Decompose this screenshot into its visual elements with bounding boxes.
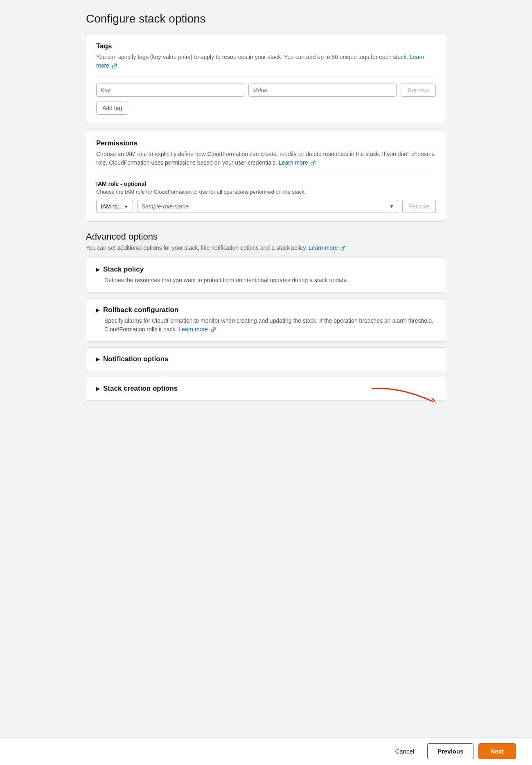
rollback-arrow-icon: ▶: [96, 307, 100, 313]
iam-role-row: IAM ro... ▼ ▼ Remove: [96, 200, 436, 213]
previous-button[interactable]: Previous: [427, 743, 473, 759]
remove-tag-button[interactable]: Remove: [401, 84, 436, 97]
page-title: Configure stack options: [86, 12, 446, 25]
stack-creation-arrow-icon: ▶: [96, 386, 100, 392]
rollback-config-header[interactable]: ▶ Rollback configuration: [96, 306, 436, 314]
notification-arrow-icon: ▶: [96, 356, 100, 362]
stack-creation-options-card: ▶ Stack creation options: [86, 377, 446, 401]
external-link-icon-2: [311, 161, 316, 165]
stack-policy-title: Stack policy: [103, 265, 144, 274]
tags-section-title: Tags: [96, 42, 436, 50]
rollback-config-title: Rollback configuration: [103, 306, 178, 314]
svg-rect-3: [211, 329, 214, 332]
rollback-learn-more-link[interactable]: Learn more: [178, 326, 215, 333]
iam-role-input[interactable]: [137, 200, 398, 213]
tags-card: Tags You can specify tags (key-value pai…: [86, 34, 446, 123]
tags-input-row: Remove: [96, 84, 436, 97]
next-button[interactable]: Next: [478, 743, 516, 759]
cancel-button[interactable]: Cancel: [387, 743, 422, 759]
notification-options-card: ▶ Notification options: [86, 347, 446, 371]
iam-type-dropdown[interactable]: IAM ro... ▼: [96, 200, 133, 213]
value-input[interactable]: [248, 84, 397, 97]
iam-type-chevron-icon: ▼: [124, 204, 128, 209]
rollback-config-card: ▶ Rollback configuration Specify alarms …: [86, 298, 446, 342]
svg-rect-0: [113, 66, 115, 68]
advanced-options-section: Advanced options You can set additional …: [86, 231, 446, 401]
stack-policy-card: ▶ Stack policy Defines the resources tha…: [86, 258, 446, 292]
permissions-description: Choose an IAM role to explicitly define …: [96, 150, 436, 167]
permissions-divider: [96, 174, 436, 174]
external-link-icon-3: [340, 246, 345, 251]
iam-role-sublabel: Choose the IAM role for CloudFormation t…: [96, 189, 436, 195]
permissions-learn-more-link[interactable]: Learn more: [279, 159, 316, 166]
stack-creation-options-title: Stack creation options: [103, 385, 178, 393]
iam-role-input-wrapper: ▼: [137, 200, 398, 213]
footer-bar: Cancel Previous Next: [0, 737, 532, 765]
rollback-config-description: Specify alarms for CloudFormation to mon…: [104, 317, 436, 334]
add-tag-button[interactable]: Add tag: [96, 102, 128, 115]
notification-options-header[interactable]: ▶ Notification options: [96, 355, 436, 363]
permissions-section-title: Permissions: [96, 139, 436, 147]
external-link-icon: [112, 63, 117, 68]
tags-description: You can specify tags (key-value pairs) t…: [96, 53, 436, 70]
stack-creation-options-header[interactable]: ▶ Stack creation options: [96, 385, 436, 393]
tags-divider: [96, 77, 436, 77]
key-input[interactable]: [96, 84, 244, 97]
external-link-icon-4: [211, 327, 216, 332]
svg-rect-1: [311, 163, 313, 165]
stack-policy-arrow-icon: ▶: [96, 267, 100, 272]
notification-options-title: Notification options: [103, 355, 169, 363]
stack-policy-description: Defines the resources that you want to p…: [104, 276, 436, 285]
remove-role-button[interactable]: Remove: [402, 200, 436, 213]
svg-rect-2: [341, 248, 343, 250]
stack-policy-header[interactable]: ▶ Stack policy: [96, 265, 436, 274]
iam-role-label: IAM role - optional: [96, 181, 436, 187]
advanced-learn-more-link[interactable]: Learn more: [309, 244, 345, 251]
permissions-card: Permissions Choose an IAM role to explic…: [86, 131, 446, 222]
svg-marker-4: [431, 398, 437, 403]
advanced-options-title: Advanced options: [86, 231, 446, 242]
advanced-options-description: You can set additional options for your …: [86, 244, 446, 251]
